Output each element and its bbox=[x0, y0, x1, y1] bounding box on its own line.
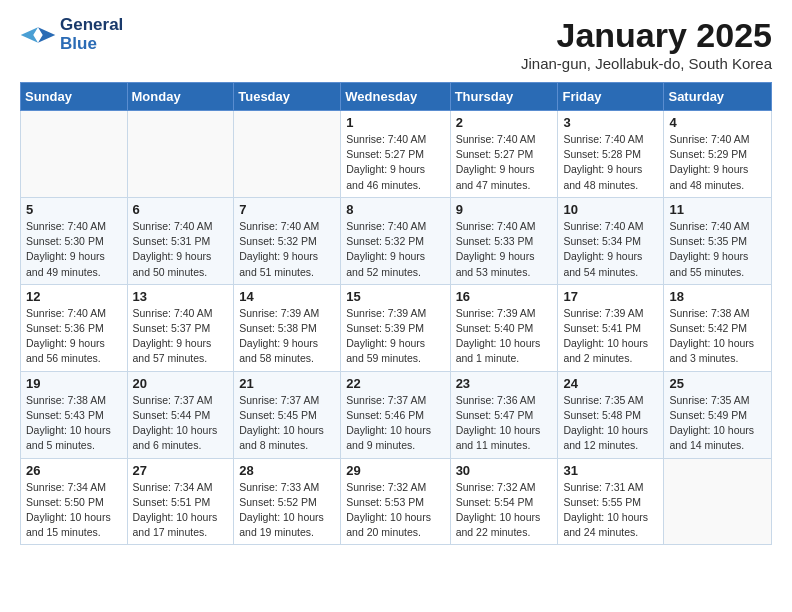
logo-blue: Blue bbox=[60, 35, 123, 54]
cell-info: Sunrise: 7:35 AM bbox=[563, 393, 658, 408]
cell-info: Sunrise: 7:37 AM bbox=[346, 393, 444, 408]
cell-info: Daylight: 10 hours and 2 minutes. bbox=[563, 336, 658, 366]
cell-info: Sunset: 5:51 PM bbox=[133, 495, 229, 510]
calendar-week-row: 26Sunrise: 7:34 AMSunset: 5:50 PMDayligh… bbox=[21, 458, 772, 545]
day-number: 27 bbox=[133, 463, 229, 478]
calendar-cell bbox=[127, 111, 234, 198]
cell-info: Sunrise: 7:37 AM bbox=[239, 393, 335, 408]
day-number: 13 bbox=[133, 289, 229, 304]
cell-info: Sunrise: 7:40 AM bbox=[456, 132, 553, 147]
cell-info: Daylight: 10 hours and 15 minutes. bbox=[26, 510, 122, 540]
day-number: 15 bbox=[346, 289, 444, 304]
day-number: 22 bbox=[346, 376, 444, 391]
cell-info: Daylight: 10 hours and 24 minutes. bbox=[563, 510, 658, 540]
calendar-cell: 19Sunrise: 7:38 AMSunset: 5:43 PMDayligh… bbox=[21, 371, 128, 458]
title-block: January 2025 Jinan-gun, Jeollabuk-do, So… bbox=[521, 16, 772, 72]
calendar-cell: 3Sunrise: 7:40 AMSunset: 5:28 PMDaylight… bbox=[558, 111, 664, 198]
day-number: 11 bbox=[669, 202, 766, 217]
calendar-cell: 14Sunrise: 7:39 AMSunset: 5:38 PMDayligh… bbox=[234, 284, 341, 371]
day-number: 29 bbox=[346, 463, 444, 478]
cell-info: Sunset: 5:55 PM bbox=[563, 495, 658, 510]
cell-info: Daylight: 9 hours and 49 minutes. bbox=[26, 249, 122, 279]
day-number: 9 bbox=[456, 202, 553, 217]
day-number: 23 bbox=[456, 376, 553, 391]
day-number: 10 bbox=[563, 202, 658, 217]
day-number: 20 bbox=[133, 376, 229, 391]
cell-info: Sunrise: 7:38 AM bbox=[669, 306, 766, 321]
cell-info: Daylight: 10 hours and 1 minute. bbox=[456, 336, 553, 366]
cell-info: Sunrise: 7:39 AM bbox=[346, 306, 444, 321]
column-header-tuesday: Tuesday bbox=[234, 83, 341, 111]
cell-info: Sunrise: 7:34 AM bbox=[133, 480, 229, 495]
cell-info: Sunrise: 7:40 AM bbox=[133, 306, 229, 321]
day-number: 26 bbox=[26, 463, 122, 478]
cell-info: Sunset: 5:46 PM bbox=[346, 408, 444, 423]
day-number: 12 bbox=[26, 289, 122, 304]
cell-info: Daylight: 10 hours and 6 minutes. bbox=[133, 423, 229, 453]
calendar-cell: 13Sunrise: 7:40 AMSunset: 5:37 PMDayligh… bbox=[127, 284, 234, 371]
cell-info: Sunrise: 7:40 AM bbox=[346, 219, 444, 234]
cell-info: Daylight: 10 hours and 17 minutes. bbox=[133, 510, 229, 540]
calendar-cell: 10Sunrise: 7:40 AMSunset: 5:34 PMDayligh… bbox=[558, 197, 664, 284]
calendar-cell: 4Sunrise: 7:40 AMSunset: 5:29 PMDaylight… bbox=[664, 111, 772, 198]
cell-info: Daylight: 10 hours and 11 minutes. bbox=[456, 423, 553, 453]
cell-info: Daylight: 10 hours and 14 minutes. bbox=[669, 423, 766, 453]
cell-info: Daylight: 9 hours and 57 minutes. bbox=[133, 336, 229, 366]
cell-info: Sunset: 5:50 PM bbox=[26, 495, 122, 510]
day-number: 16 bbox=[456, 289, 553, 304]
calendar-cell: 9Sunrise: 7:40 AMSunset: 5:33 PMDaylight… bbox=[450, 197, 558, 284]
cell-info: Sunset: 5:54 PM bbox=[456, 495, 553, 510]
column-header-thursday: Thursday bbox=[450, 83, 558, 111]
day-number: 31 bbox=[563, 463, 658, 478]
calendar-cell: 6Sunrise: 7:40 AMSunset: 5:31 PMDaylight… bbox=[127, 197, 234, 284]
cell-info: Daylight: 9 hours and 48 minutes. bbox=[563, 162, 658, 192]
calendar-week-row: 5Sunrise: 7:40 AMSunset: 5:30 PMDaylight… bbox=[21, 197, 772, 284]
calendar-cell: 2Sunrise: 7:40 AMSunset: 5:27 PMDaylight… bbox=[450, 111, 558, 198]
cell-info: Daylight: 10 hours and 9 minutes. bbox=[346, 423, 444, 453]
calendar-cell bbox=[664, 458, 772, 545]
calendar-cell: 25Sunrise: 7:35 AMSunset: 5:49 PMDayligh… bbox=[664, 371, 772, 458]
cell-info: Sunset: 5:32 PM bbox=[239, 234, 335, 249]
cell-info: Sunset: 5:48 PM bbox=[563, 408, 658, 423]
cell-info: Sunrise: 7:40 AM bbox=[26, 219, 122, 234]
day-number: 3 bbox=[563, 115, 658, 130]
cell-info: Sunrise: 7:40 AM bbox=[239, 219, 335, 234]
cell-info: Sunset: 5:29 PM bbox=[669, 147, 766, 162]
calendar-cell: 18Sunrise: 7:38 AMSunset: 5:42 PMDayligh… bbox=[664, 284, 772, 371]
calendar-cell: 8Sunrise: 7:40 AMSunset: 5:32 PMDaylight… bbox=[341, 197, 450, 284]
cell-info: Sunrise: 7:36 AM bbox=[456, 393, 553, 408]
calendar-cell: 24Sunrise: 7:35 AMSunset: 5:48 PMDayligh… bbox=[558, 371, 664, 458]
calendar-cell: 30Sunrise: 7:32 AMSunset: 5:54 PMDayligh… bbox=[450, 458, 558, 545]
cell-info: Daylight: 10 hours and 20 minutes. bbox=[346, 510, 444, 540]
cell-info: Daylight: 9 hours and 47 minutes. bbox=[456, 162, 553, 192]
column-header-wednesday: Wednesday bbox=[341, 83, 450, 111]
day-number: 1 bbox=[346, 115, 444, 130]
cell-info: Sunrise: 7:31 AM bbox=[563, 480, 658, 495]
day-number: 4 bbox=[669, 115, 766, 130]
calendar-cell: 1Sunrise: 7:40 AMSunset: 5:27 PMDaylight… bbox=[341, 111, 450, 198]
svg-marker-1 bbox=[21, 27, 38, 43]
cell-info: Sunset: 5:31 PM bbox=[133, 234, 229, 249]
calendar-cell: 16Sunrise: 7:39 AMSunset: 5:40 PMDayligh… bbox=[450, 284, 558, 371]
column-header-saturday: Saturday bbox=[664, 83, 772, 111]
cell-info: Daylight: 10 hours and 3 minutes. bbox=[669, 336, 766, 366]
day-number: 19 bbox=[26, 376, 122, 391]
cell-info: Sunrise: 7:40 AM bbox=[669, 219, 766, 234]
cell-info: Sunset: 5:33 PM bbox=[456, 234, 553, 249]
day-number: 24 bbox=[563, 376, 658, 391]
cell-info: Sunset: 5:52 PM bbox=[239, 495, 335, 510]
cell-info: Sunrise: 7:39 AM bbox=[456, 306, 553, 321]
cell-info: Sunrise: 7:38 AM bbox=[26, 393, 122, 408]
calendar-cell: 20Sunrise: 7:37 AMSunset: 5:44 PMDayligh… bbox=[127, 371, 234, 458]
cell-info: Sunrise: 7:40 AM bbox=[563, 219, 658, 234]
page: General Blue January 2025 Jinan-gun, Jeo… bbox=[0, 0, 792, 555]
cell-info: Daylight: 9 hours and 58 minutes. bbox=[239, 336, 335, 366]
day-number: 28 bbox=[239, 463, 335, 478]
cell-info: Sunset: 5:28 PM bbox=[563, 147, 658, 162]
cell-info: Daylight: 9 hours and 46 minutes. bbox=[346, 162, 444, 192]
location: Jinan-gun, Jeollabuk-do, South Korea bbox=[521, 55, 772, 72]
cell-info: Daylight: 10 hours and 22 minutes. bbox=[456, 510, 553, 540]
cell-info: Sunset: 5:27 PM bbox=[346, 147, 444, 162]
calendar-cell: 12Sunrise: 7:40 AMSunset: 5:36 PMDayligh… bbox=[21, 284, 128, 371]
calendar-week-row: 1Sunrise: 7:40 AMSunset: 5:27 PMDaylight… bbox=[21, 111, 772, 198]
